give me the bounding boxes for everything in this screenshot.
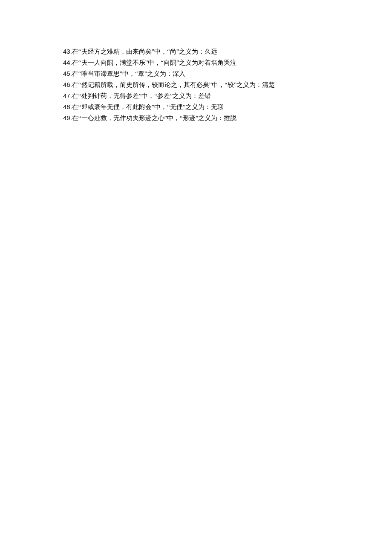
item-text: 在“夫一人向隅，满堂不乐”中，“向隅”之义为对着墙角哭泣 <box>72 59 237 66</box>
list-item: 47.在“处判针药，无得参差”中，“参差”之义为：差错 <box>63 90 345 101</box>
item-text: 在“一心赴救，无作功夫形迹之心”中，“形迹”之义为：推脱 <box>72 115 237 121</box>
list-item: 45.在“唯当审谛覃思”中，“覃”之义为：深入 <box>63 68 345 79</box>
item-number: 47. <box>63 92 72 99</box>
item-text: 在“夫经方之难精，由来尚矣”中，“尚”之义为：久远 <box>72 48 218 55</box>
item-text: 在“处判针药，无得参差”中，“参差”之义为：差错 <box>72 92 211 99</box>
list-item: 44.在“夫一人向隅，满堂不乐”中，“向隅”之义为对着墙角哭泣 <box>63 57 345 68</box>
list-item: 49.在“一心赴救，无作功夫形迹之心”中，“形迹”之义为：推脱 <box>63 112 345 124</box>
item-text: 在“唯当审谛覃思”中，“覃”之义为：深入 <box>72 70 186 77</box>
list-item: 43.在“夫经方之难精，由来尚矣”中，“尚”之义为：久远 <box>63 46 345 57</box>
list-item: 46.在“然记籍所载，前史所传，较而论之，其有必矣”中，“较”之义为：清楚 <box>63 79 345 90</box>
item-number: 43. <box>63 48 72 55</box>
item-number: 45. <box>63 70 72 77</box>
item-text: 在“然记籍所载，前史所传，较而论之，其有必矣”中，“较”之义为：清楚 <box>72 81 275 88</box>
item-text: 在“即或衰年无俚，有此附会”中，“无俚”之义为：无聊 <box>72 104 224 110</box>
document-content: 43.在“夫经方之难精，由来尚矣”中，“尚”之义为：久远 44.在“夫一人向隅，… <box>63 46 345 124</box>
item-number: 44. <box>63 59 72 66</box>
list-item: 48.在“即或衰年无俚，有此附会”中，“无俚”之义为：无聊 <box>63 101 345 112</box>
item-number: 48. <box>63 103 72 110</box>
item-number: 49. <box>63 114 72 121</box>
item-number: 46. <box>63 81 72 88</box>
